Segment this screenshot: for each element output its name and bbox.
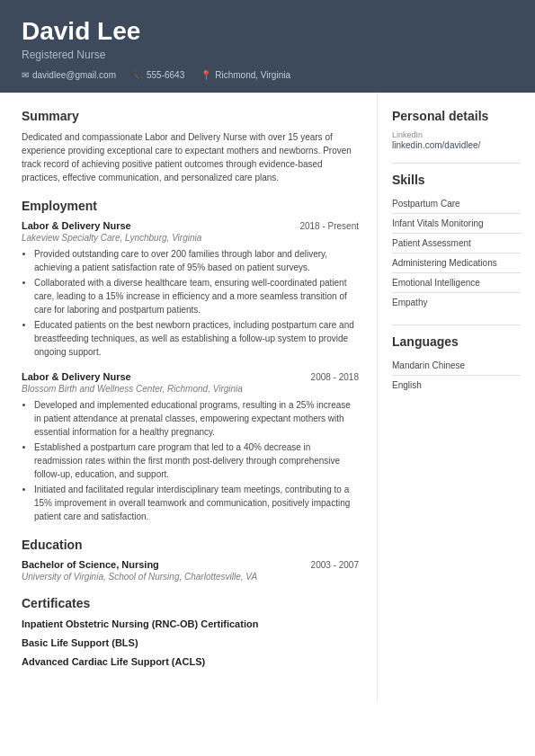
candidate-title: Registered Nurse xyxy=(22,49,513,61)
skills-title: Skills xyxy=(392,173,521,187)
job-2-company: Blossom Birth and Wellness Center, Richm… xyxy=(22,384,359,394)
job-2-bullets: Developed and implemented educational pr… xyxy=(22,398,359,523)
languages-section: Languages Mandarin Chinese English xyxy=(392,334,521,395)
location-contact: 📍 Richmond, Virginia xyxy=(201,70,290,80)
right-column: Personal details LinkedIn linkedin.com/d… xyxy=(378,93,535,702)
job-1-header: Labor & Delivery Nurse 2018 - Present xyxy=(22,220,359,231)
skill-1: Postpartum Care xyxy=(392,194,521,214)
job-2-dates: 2008 - 2018 xyxy=(311,372,359,382)
divider-2 xyxy=(392,325,521,325)
candidate-name: David Lee xyxy=(22,16,513,47)
job-1-company: Lakeview Specialty Care, Lynchburg, Virg… xyxy=(22,233,359,243)
skills-section: Skills Postpartum Care Infant Vitals Mon… xyxy=(392,173,521,312)
certificates-title: Certificates xyxy=(22,596,359,610)
certificates-section: Certificates Inpatient Obstetric Nursing… xyxy=(22,596,359,670)
contact-bar: ✉ davidlee@gmail.com 📞 555-6643 📍 Richmo… xyxy=(22,70,513,80)
list-item: Developed and implemented educational pr… xyxy=(34,398,359,439)
linkedin-label: LinkedIn xyxy=(392,130,521,139)
skill-2: Infant Vitals Monitoring xyxy=(392,214,521,234)
skill-6: Empathy xyxy=(392,293,521,312)
edu-dates: 2003 - 2007 xyxy=(311,560,359,570)
skill-4: Administering Medications xyxy=(392,253,521,273)
linkedin-url: linkedin.com/davidlee/ xyxy=(392,140,521,150)
phone-icon: 📞 xyxy=(132,70,143,80)
job-1-dates: 2018 - Present xyxy=(299,221,359,231)
cert-2: Basic Life Support (BLS) xyxy=(22,636,359,650)
phone-contact: 📞 555-6643 xyxy=(132,70,184,80)
cert-3: Advanced Cardiac Life Support (ACLS) xyxy=(22,655,359,669)
location-icon: 📍 xyxy=(201,70,211,80)
summary-section: Summary Dedicated and compassionate Labo… xyxy=(22,109,359,184)
employment-title: Employment xyxy=(22,199,359,213)
job-1: Labor & Delivery Nurse 2018 - Present La… xyxy=(22,220,359,359)
list-item: Educated patients on the best newborn pr… xyxy=(34,318,359,359)
skill-5: Emotional Intelligence xyxy=(392,273,521,293)
list-item: Initiated and facilitated regular interd… xyxy=(34,483,359,523)
email-icon: ✉ xyxy=(22,70,29,80)
left-column: Summary Dedicated and compassionate Labo… xyxy=(0,93,378,702)
job-2: Labor & Delivery Nurse 2008 - 2018 Bloss… xyxy=(22,371,359,523)
personal-details-section: Personal details LinkedIn linkedin.com/d… xyxy=(392,109,521,150)
cert-1: Inpatient Obstetric Nursing (RNC-OB) Cer… xyxy=(22,618,359,631)
edu-header: Bachelor of Science, Nursing 2003 - 2007 xyxy=(22,559,359,570)
personal-details-title: Personal details xyxy=(392,109,521,123)
job-2-header: Labor & Delivery Nurse 2008 - 2018 xyxy=(22,371,359,382)
language-2: English xyxy=(392,376,521,395)
location-value: Richmond, Virginia xyxy=(215,70,290,80)
summary-title: Summary xyxy=(22,109,359,123)
list-item: Provided outstanding care to over 200 fa… xyxy=(34,247,359,274)
skill-3: Patient Assessment xyxy=(392,234,521,253)
education-title: Education xyxy=(22,538,359,552)
header: David Lee Registered Nurse ✉ davidlee@gm… xyxy=(0,0,535,93)
list-item: Established a postpartum care program th… xyxy=(34,440,359,481)
summary-text: Dedicated and compassionate Labor and De… xyxy=(22,130,359,184)
edu-degree: Bachelor of Science, Nursing xyxy=(22,559,159,570)
education-section: Education Bachelor of Science, Nursing 2… xyxy=(22,538,359,582)
job-1-title: Labor & Delivery Nurse xyxy=(22,220,131,231)
list-item: Collaborated with a diverse healthcare t… xyxy=(34,276,359,316)
email-contact: ✉ davidlee@gmail.com xyxy=(22,70,116,80)
job-2-title: Labor & Delivery Nurse xyxy=(22,371,131,382)
main-layout: Summary Dedicated and compassionate Labo… xyxy=(0,93,535,702)
divider-1 xyxy=(392,163,521,164)
language-1: Mandarin Chinese xyxy=(392,356,521,376)
job-1-bullets: Provided outstanding care to over 200 fa… xyxy=(22,247,359,359)
email-value: davidlee@gmail.com xyxy=(32,70,116,80)
employment-section: Employment Labor & Delivery Nurse 2018 -… xyxy=(22,199,359,523)
edu-school: University of Virginia, School of Nursin… xyxy=(22,572,359,582)
languages-title: Languages xyxy=(392,334,521,349)
phone-value: 555-6643 xyxy=(147,70,184,80)
